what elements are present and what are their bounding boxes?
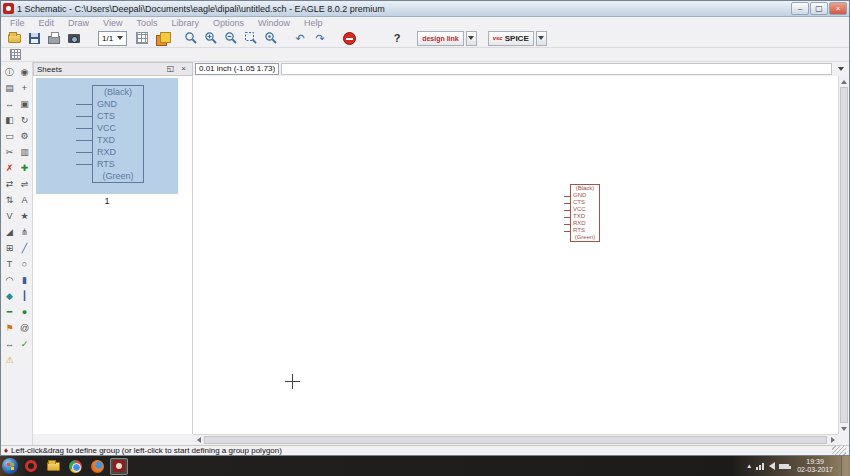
scroll-up-button[interactable] <box>839 76 849 87</box>
grid-settings-button[interactable] <box>6 46 24 63</box>
zoom-fit-icon <box>184 31 198 45</box>
design-link-button[interactable]: design link <box>417 31 464 46</box>
maximize-button[interactable]: ▢ <box>810 2 828 15</box>
design-link-dropdown[interactable] <box>466 31 477 46</box>
taskbar-explorer[interactable] <box>44 458 62 475</box>
help-button[interactable]: ? <box>388 30 406 47</box>
spice-button[interactable]: vsc SPICE <box>488 31 534 46</box>
circle-tool-icon[interactable]: ○ <box>17 257 32 272</box>
erc-tool-icon[interactable]: ✓ <box>17 337 32 352</box>
menu-file[interactable]: File <box>3 18 32 28</box>
taskbar-eagle[interactable] <box>110 458 128 475</box>
gateswap-tool-icon[interactable]: ⇅ <box>2 193 17 208</box>
spice-dropdown[interactable] <box>536 31 547 46</box>
delete-tool-icon[interactable]: ✗ <box>2 161 17 176</box>
zoom-out-button[interactable] <box>222 30 240 47</box>
command-history-dropdown[interactable] <box>834 63 847 75</box>
dimension-tool-icon[interactable]: ↔ <box>2 337 17 352</box>
add-tool-icon[interactable]: ✚ <box>17 161 32 176</box>
horizontal-scroll-thumb[interactable] <box>204 436 827 444</box>
workspace-column: Sheets ◱ × 0.01 inch (-1.05 1.73) (Black… <box>33 62 849 445</box>
menu-edit[interactable]: Edit <box>32 18 62 28</box>
pinswap-tool-icon[interactable]: ⇄ <box>2 177 17 192</box>
network-signal-icon[interactable] <box>756 463 765 470</box>
cut-tool-icon[interactable]: ✂ <box>2 145 17 160</box>
split-tool-icon[interactable]: ⋔ <box>17 225 32 240</box>
tray-expand-icon[interactable]: ▲ <box>746 463 752 469</box>
name-tool-icon[interactable]: A <box>17 193 32 208</box>
battery-icon[interactable] <box>779 464 789 469</box>
menu-draw[interactable]: Draw <box>61 18 96 28</box>
polygon-tool-icon[interactable]: ◆ <box>2 289 17 304</box>
scroll-down-button[interactable] <box>839 423 849 434</box>
menu-view[interactable]: View <box>96 18 129 28</box>
start-button[interactable] <box>2 458 18 474</box>
show-desktop-button[interactable] <box>841 456 848 476</box>
volume-icon[interactable] <box>769 462 775 470</box>
invoke-tool-icon[interactable]: ⊞ <box>2 241 17 256</box>
zoom-fit-button[interactable] <box>182 30 200 47</box>
zoom-redraw-button[interactable] <box>262 30 280 47</box>
vertical-scrollbar[interactable] <box>838 76 849 434</box>
label-tool-icon[interactable]: ⚑ <box>2 321 17 336</box>
info-tool-icon[interactable]: ⓘ <box>2 65 17 80</box>
stop-button[interactable] <box>340 30 358 47</box>
resize-grip[interactable] <box>832 446 846 455</box>
sheet-selector[interactable]: 1/1 <box>98 31 127 46</box>
replace-tool-icon[interactable]: ⇌ <box>17 177 32 192</box>
mirror-tool-icon[interactable]: ◧ <box>2 113 17 128</box>
display-tool-icon[interactable]: ▤ <box>2 81 17 96</box>
taskbar-firefox[interactable] <box>88 458 106 475</box>
errors-tool-icon[interactable]: ⚠ <box>2 353 17 368</box>
junction-tool-icon[interactable]: ● <box>17 305 32 320</box>
attribute-tool-icon[interactable]: @ <box>17 321 32 336</box>
taskbar-clock[interactable]: 19:39 02-03-2017 <box>793 458 837 474</box>
vertical-scroll-thumb[interactable] <box>840 87 848 423</box>
save-button[interactable] <box>25 30 43 47</box>
mark-tool-icon[interactable]: + <box>17 81 32 96</box>
smash-tool-icon[interactable]: ★ <box>17 209 32 224</box>
miter-tool-icon[interactable]: ◢ <box>2 225 17 240</box>
horizontal-scrollbar[interactable] <box>193 434 838 445</box>
sheet-thumbnail[interactable]: (Black) GND CTS VCC TXD RXD RTS (Green) <box>36 78 178 194</box>
grid-button[interactable] <box>133 30 151 47</box>
zoom-in-button[interactable] <box>202 30 220 47</box>
move-tool-icon[interactable]: ↔ <box>2 97 17 112</box>
undo-button[interactable]: ↶ <box>291 30 309 47</box>
paste-tool-icon[interactable]: ▥ <box>17 145 32 160</box>
scroll-right-button[interactable] <box>827 435 838 445</box>
text-tool-icon[interactable]: T <box>2 257 17 272</box>
close-panel-icon[interactable]: × <box>178 63 189 75</box>
print-button[interactable] <box>45 30 63 47</box>
taskbar-chrome[interactable] <box>66 458 84 475</box>
scroll-left-button[interactable] <box>193 435 204 445</box>
redo-button[interactable]: ↷ <box>311 30 329 47</box>
menu-options[interactable]: Options <box>206 18 251 28</box>
export-image-button[interactable] <box>65 30 83 47</box>
show-tool-icon[interactable]: ◉ <box>17 65 32 80</box>
arc-tool-icon[interactable]: ◠ <box>2 273 17 288</box>
zoom-select-button[interactable] <box>242 30 260 47</box>
bus-tool-icon[interactable]: ┃ <box>17 289 32 304</box>
wire-tool-icon[interactable]: ╱ <box>17 241 32 256</box>
layer-settings-button[interactable] <box>153 30 171 47</box>
menu-library[interactable]: Library <box>164 18 206 28</box>
schematic-component[interactable]: (Black) GND CTS VCC TXD RXD RTS (Green) <box>570 184 600 242</box>
menu-help[interactable]: Help <box>297 18 330 28</box>
open-button[interactable] <box>5 30 23 47</box>
minimize-button[interactable]: – <box>791 2 809 15</box>
menu-window[interactable]: Window <box>251 18 297 28</box>
rect-tool-icon[interactable]: ▮ <box>17 273 32 288</box>
net-tool-icon[interactable]: ━ <box>2 305 17 320</box>
change-tool-icon[interactable]: ⚙ <box>17 129 32 144</box>
menu-tools[interactable]: Tools <box>129 18 164 28</box>
copy-tool-icon[interactable]: ▣ <box>17 97 32 112</box>
undock-panel-icon[interactable]: ◱ <box>165 63 176 75</box>
schematic-canvas[interactable]: (Black) GND CTS VCC TXD RXD RTS (Green) <box>193 76 838 434</box>
command-line-input[interactable] <box>281 63 832 75</box>
taskbar-opera[interactable] <box>22 458 40 475</box>
value-tool-icon[interactable]: V <box>2 209 17 224</box>
close-button[interactable]: × <box>829 2 847 15</box>
group-tool-icon[interactable]: ▭ <box>2 129 17 144</box>
rotate-tool-icon[interactable]: ↻ <box>17 113 32 128</box>
